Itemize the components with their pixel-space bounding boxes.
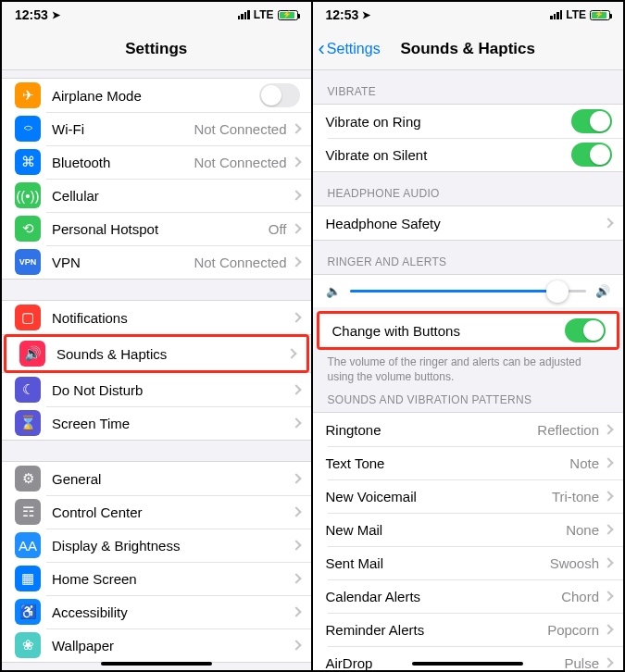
network-label: LTE: [254, 8, 274, 21]
chevron-right-icon: [291, 256, 301, 267]
row-wallpaper[interactable]: ❀Wallpaper: [2, 628, 311, 662]
row-sent-mail[interactable]: Sent MailSwoosh: [313, 546, 624, 579]
row-change-with-buttons[interactable]: Change with Buttons: [319, 314, 618, 347]
home-indicator[interactable]: [101, 662, 212, 666]
row-label: VPN: [52, 255, 194, 270]
row-label: Display & Brightness: [52, 538, 293, 554]
network-label: LTE: [566, 8, 586, 21]
section-header-vibrate: VIBRATE: [313, 70, 624, 104]
signal-icon: [550, 10, 562, 19]
section-header-headphone: HEADPHONE AUDIO: [313, 172, 624, 205]
row-label: Accessibility: [52, 604, 293, 620]
chevron-right-icon: [291, 312, 301, 322]
chevron-right-icon: [291, 156, 301, 167]
row-notifications[interactable]: ▢Notifications: [2, 301, 311, 334]
chevron-right-icon: [291, 506, 301, 516]
row-value: Not Connected: [194, 121, 286, 137]
row-airdrop[interactable]: AirDropPulse: [313, 646, 624, 670]
row-ringtone[interactable]: RingtoneReflection: [313, 413, 624, 446]
row-accessibility[interactable]: ♿Accessibility: [2, 595, 311, 628]
row-personal-hotspot[interactable]: ⟲Personal HotspotOff: [2, 212, 311, 245]
chevron-right-icon: [291, 417, 301, 428]
home-indicator[interactable]: [412, 662, 523, 666]
bluetooth-icon: ⌘: [15, 149, 41, 175]
row-screen-time[interactable]: ⌛Screen Time: [2, 406, 311, 440]
row-general[interactable]: ⚙General: [2, 462, 311, 495]
row-vibrate-on-ring[interactable]: Vibrate on Ring: [313, 105, 624, 138]
row-control-center[interactable]: ☶Control Center: [2, 495, 311, 529]
row-sounds-haptics[interactable]: 🔊Sounds & Haptics: [6, 337, 306, 370]
chevron-right-icon: [291, 223, 301, 233]
row-label: Vibrate on Ring: [326, 114, 572, 130]
toggle[interactable]: [571, 143, 612, 167]
page-title: Sounds & Haptics: [401, 40, 535, 58]
speaker-low-icon: 🔈: [326, 284, 341, 298]
chevron-right-icon: [603, 558, 613, 568]
row-display-brightness[interactable]: AADisplay & Brightness: [2, 529, 311, 562]
row-label: Control Center: [52, 504, 293, 520]
row-label: New Mail: [326, 522, 567, 538]
toggle[interactable]: [259, 83, 300, 107]
back-button[interactable]: ‹ Settings: [319, 28, 381, 69]
row-label: Screen Time: [52, 416, 293, 431]
nav-bar: Settings: [2, 28, 311, 70]
row-value: Tri-tone: [552, 489, 599, 504]
chevron-right-icon: [291, 640, 301, 650]
row-airplane-mode[interactable]: ✈Airplane Mode: [2, 79, 311, 112]
chevron-right-icon: [291, 384, 301, 394]
chevron-right-icon: [603, 591, 613, 602]
nav-bar: ‹ Settings Sounds & Haptics: [313, 28, 624, 70]
chevron-left-icon: ‹: [319, 37, 325, 61]
row-new-voicemail[interactable]: New VoicemailTri-tone: [313, 479, 624, 513]
section-header-ringer: RINGER AND ALERTS: [313, 241, 624, 274]
battery-icon: ⚡: [278, 10, 298, 20]
row-value: None: [566, 522, 599, 538]
row-wi-fi[interactable]: ⌔Wi-FiNot Connected: [2, 112, 311, 145]
row-label: Home Screen: [52, 571, 293, 587]
homescreen-icon: ▦: [15, 566, 41, 591]
chevron-right-icon: [291, 540, 301, 550]
row-value: Note: [569, 455, 599, 471]
row-do-not-disturb[interactable]: ☾Do Not Disturb: [2, 373, 311, 406]
wifi-icon: ⌔: [15, 116, 41, 142]
location-icon: ➤: [362, 9, 370, 21]
row-label: Airplane Mode: [52, 88, 259, 104]
section-footer-ringer: The volume of the ringer and alerts can …: [313, 350, 624, 386]
settings-root-screen: 12:53 ➤ LTE ⚡ Settings ✈Airplane Mode⌔Wi…: [2, 2, 313, 670]
row-label: Sent Mail: [326, 555, 550, 571]
chevron-right-icon: [291, 606, 301, 616]
row-headphone-safety[interactable]: Headphone Safety: [313, 206, 624, 240]
chevron-right-icon: [603, 425, 613, 435]
cellular-icon: ((•)): [15, 182, 41, 208]
row-label: General: [52, 471, 293, 487]
ringer-volume-slider-row: 🔈 🔊: [313, 274, 624, 307]
display-icon: AA: [15, 532, 41, 558]
row-home-screen[interactable]: ▦Home Screen: [2, 562, 311, 595]
speaker-high-icon: 🔊: [595, 284, 610, 298]
row-new-mail[interactable]: New MailNone: [313, 513, 624, 546]
general-icon: ⚙: [15, 466, 41, 492]
row-label: Wallpaper: [52, 638, 293, 653]
row-vpn[interactable]: VPNVPNNot Connected: [2, 245, 311, 279]
row-value: Off: [269, 221, 287, 237]
toggle-change-with-buttons[interactable]: [565, 318, 606, 342]
row-label: Personal Hotspot: [52, 221, 269, 237]
row-reminder-alerts[interactable]: Reminder AlertsPopcorn: [313, 613, 624, 646]
row-cellular[interactable]: ((•))Cellular: [2, 179, 311, 212]
volume-slider[interactable]: [350, 290, 587, 292]
row-vibrate-on-silent[interactable]: Vibrate on Silent: [313, 138, 624, 171]
row-value: Not Connected: [194, 255, 286, 270]
toggle[interactable]: [571, 109, 612, 133]
row-label: Cellular: [52, 188, 293, 204]
location-icon: ➤: [52, 9, 60, 21]
row-label: Bluetooth: [52, 155, 194, 170]
chevron-right-icon: [291, 123, 301, 133]
row-bluetooth[interactable]: ⌘BluetoothNot Connected: [2, 145, 311, 179]
row-label: Sounds & Haptics: [56, 346, 288, 362]
row-calendar-alerts[interactable]: Calendar AlertsChord: [313, 579, 624, 613]
row-label: Vibrate on Silent: [326, 147, 572, 163]
sounds-icon: 🔊: [19, 341, 45, 367]
row-label: Do Not Disturb: [52, 382, 293, 398]
clock: 12:53: [326, 7, 359, 22]
row-text-tone[interactable]: Text ToneNote: [313, 446, 624, 479]
